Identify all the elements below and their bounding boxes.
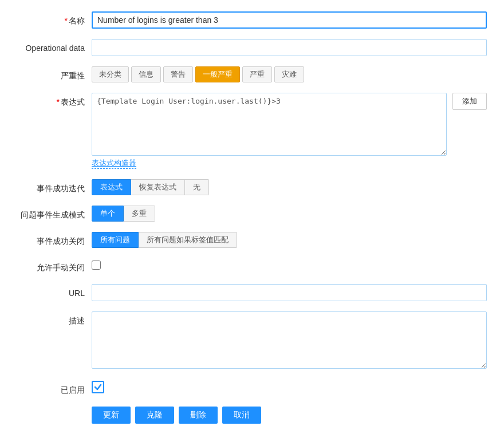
- allow-manual-checkbox-wrapper: [92, 258, 487, 270]
- page-container: *名称 Operational data 严重性 未分类 信息 警告 一般严重 …: [0, 0, 504, 430]
- sev-btn-5[interactable]: 灾难: [274, 66, 304, 82]
- operational-data-control: [92, 39, 487, 56]
- url-label: URL: [17, 284, 92, 299]
- allow-manual-control: [92, 258, 487, 270]
- event-success-btn-2[interactable]: 无: [185, 179, 209, 195]
- event-close-toggle-group: 所有问题 所有问题如果标签值匹配: [92, 232, 487, 248]
- action-buttons: 更新 克隆 删除 取消: [92, 407, 487, 424]
- sev-btn-2[interactable]: 警告: [163, 66, 193, 82]
- desc-row: 描述: [17, 311, 487, 370]
- severity-label: 严重性: [17, 66, 92, 82]
- event-close-btn-1[interactable]: 所有问题如果标签值匹配: [139, 232, 237, 248]
- enabled-row: 已启用: [17, 381, 487, 396]
- sev-btn-3[interactable]: 一般严重: [195, 66, 240, 82]
- enabled-label: 已启用: [17, 381, 92, 396]
- event-close-control: 所有问题 所有问题如果标签值匹配: [92, 232, 487, 248]
- url-input[interactable]: [92, 284, 487, 301]
- enabled-checkbox-wrapper: [92, 381, 487, 393]
- allow-manual-row: 允许手动关闭: [17, 258, 487, 274]
- desc-textarea[interactable]: [92, 311, 487, 369]
- delete-button[interactable]: 删除: [179, 407, 218, 424]
- issue-mode-btn-0[interactable]: 单个: [92, 206, 124, 222]
- issue-mode-toggle-group: 单个 多重: [92, 206, 487, 222]
- name-required: *: [65, 16, 68, 25]
- name-input[interactable]: [92, 11, 487, 29]
- event-success-btn-1[interactable]: 恢复表达式: [131, 179, 185, 195]
- add-expression-button[interactable]: 添加: [452, 93, 487, 110]
- expression-input-row: {Template Login User:login.user.last()}>…: [92, 93, 487, 156]
- issue-mode-control: 单个 多重: [92, 206, 487, 222]
- issue-mode-label: 问题事件生成模式: [17, 206, 92, 221]
- allow-manual-checkbox[interactable]: [92, 261, 101, 270]
- event-success-toggle-group: 表达式 恢复表达式 无: [92, 179, 487, 195]
- name-label: *名称: [17, 11, 92, 27]
- clone-button[interactable]: 克隆: [135, 407, 174, 424]
- severity-row: 严重性 未分类 信息 警告 一般严重 严重 灾难: [17, 66, 487, 82]
- operational-data-input[interactable]: [92, 39, 487, 56]
- expression-row: *表达式 {Template Login User:login.user.las…: [17, 93, 487, 169]
- expression-label: *表达式: [17, 93, 92, 108]
- allow-manual-label: 允许手动关闭: [17, 258, 92, 274]
- enabled-control: [92, 381, 487, 393]
- url-control: [92, 284, 487, 301]
- event-success-label: 事件成功迭代: [17, 179, 92, 195]
- sev-btn-0[interactable]: 未分类: [92, 66, 129, 82]
- name-row: *名称: [17, 11, 487, 29]
- severity-group: 未分类 信息 警告 一般严重 严重 灾难: [92, 66, 487, 82]
- severity-control: 未分类 信息 警告 一般严重 严重 灾难: [92, 66, 487, 82]
- operational-data-label: Operational data: [17, 39, 92, 54]
- sev-btn-1[interactable]: 信息: [131, 66, 161, 82]
- desc-label: 描述: [17, 311, 92, 327]
- enabled-checkmark[interactable]: [92, 381, 104, 393]
- update-button[interactable]: 更新: [92, 407, 131, 424]
- operational-data-row: Operational data: [17, 39, 487, 56]
- event-success-control: 表达式 恢复表达式 无: [92, 179, 487, 195]
- issue-mode-row: 问题事件生成模式 单个 多重: [17, 206, 487, 222]
- event-success-row: 事件成功迭代 表达式 恢复表达式 无: [17, 179, 487, 195]
- event-close-row: 事件成功关闭 所有问题 所有问题如果标签值匹配: [17, 232, 487, 248]
- check-icon: [94, 383, 102, 391]
- expression-textarea[interactable]: {Template Login User:login.user.last()}>…: [92, 93, 447, 156]
- issue-mode-btn-1[interactable]: 多重: [124, 206, 155, 222]
- event-close-label: 事件成功关闭: [17, 232, 92, 247]
- sev-btn-4[interactable]: 严重: [242, 66, 272, 82]
- event-close-btn-0[interactable]: 所有问题: [92, 232, 139, 248]
- desc-control: [92, 311, 487, 370]
- cancel-button[interactable]: 取消: [222, 407, 261, 424]
- expression-control: {Template Login User:login.user.last()}>…: [92, 93, 487, 169]
- expr-builder-link[interactable]: 表达式构造器: [92, 158, 136, 169]
- event-success-btn-0[interactable]: 表达式: [92, 179, 131, 195]
- url-row: URL: [17, 284, 487, 301]
- expr-required: *: [57, 97, 60, 106]
- name-control: [92, 11, 487, 29]
